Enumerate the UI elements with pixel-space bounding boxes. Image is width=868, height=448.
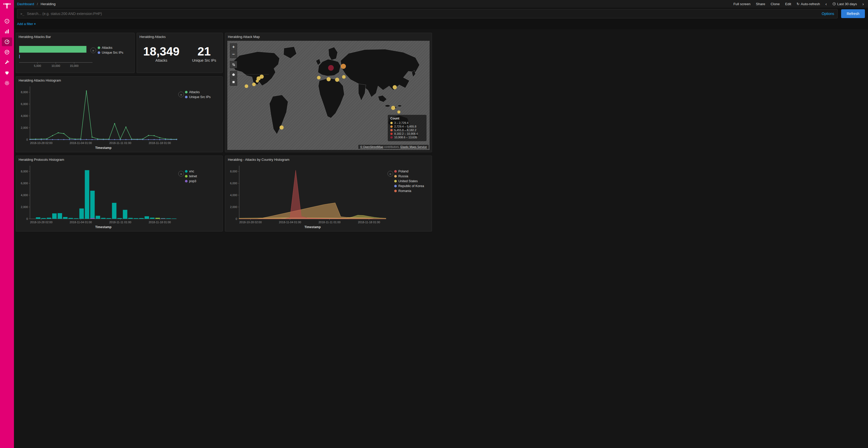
sidebar-item-monitoring[interactable] bbox=[2, 68, 12, 77]
attack-location-marker[interactable] bbox=[245, 84, 248, 88]
sidebar bbox=[0, 0, 14, 224]
svg-text:0: 0 bbox=[236, 217, 237, 220]
svg-text:Timestamp: Timestamp bbox=[95, 146, 111, 150]
zoom-out-button[interactable]: − bbox=[230, 51, 237, 58]
attack-location-marker[interactable] bbox=[256, 79, 259, 82]
telekom-logo-icon[interactable] bbox=[3, 2, 11, 10]
search-input[interactable]: >_ Search... (e.g. status:200 AND extens… bbox=[17, 9, 434, 18]
sidebar-item-visualize[interactable] bbox=[2, 27, 12, 36]
attack-location-marker[interactable] bbox=[317, 76, 320, 79]
attack-location-marker[interactable] bbox=[391, 106, 395, 110]
svg-text:4,000: 4,000 bbox=[230, 194, 237, 197]
country-histogram-chart[interactable]: 02,0004,0006,0008,0002018-10-28 02:00201… bbox=[227, 164, 388, 224]
legend-swatch-icon bbox=[98, 46, 100, 49]
attack-location-marker[interactable] bbox=[327, 77, 331, 81]
legend-item[interactable]: Attacks bbox=[98, 46, 123, 49]
rectangle-icon bbox=[232, 80, 235, 84]
metric-group: 18,349 Attacks 21 Unique Src IPs bbox=[137, 45, 222, 63]
svg-text:2018-11-04 01:00: 2018-11-04 01:00 bbox=[70, 141, 92, 144]
legend-item[interactable]: pop3 bbox=[185, 179, 197, 183]
attacks-metric: 18,349 Attacks bbox=[143, 45, 180, 63]
map-legend-row: 10,908.6 – 13,635 bbox=[390, 136, 424, 139]
panel-title: Heralding Attacks Bar bbox=[16, 33, 134, 39]
svg-text:6,000: 6,000 bbox=[21, 182, 28, 185]
attack-location-marker[interactable] bbox=[280, 126, 284, 130]
map-legend-label: 5,455.8 – 8,182.2 bbox=[394, 129, 416, 132]
attack-location-marker[interactable] bbox=[259, 75, 264, 79]
legend-toggle-icon[interactable]: » bbox=[90, 47, 96, 53]
map-legend-swatch-icon bbox=[390, 129, 393, 131]
attack-location-marker[interactable] bbox=[328, 65, 334, 71]
legend-label: Unique Src IPs bbox=[189, 95, 211, 99]
legend-toggle-icon[interactable]: » bbox=[178, 171, 184, 176]
attack-location-marker[interactable] bbox=[342, 75, 346, 79]
legend-item[interactable]: Poland bbox=[394, 170, 424, 173]
attack-location-marker[interactable] bbox=[341, 64, 346, 69]
svg-text:2018-11-18 01:00: 2018-11-18 01:00 bbox=[358, 221, 380, 224]
attack-map-canvas[interactable]: + − bbox=[227, 41, 430, 150]
draw-polygon-button[interactable] bbox=[230, 71, 237, 78]
legend-label: Attacks bbox=[189, 90, 200, 94]
panel-attacks-histogram: Heralding Attacks Histogram 02,0004,0006… bbox=[16, 76, 223, 152]
sidebar-item-dashboard[interactable] bbox=[2, 37, 12, 46]
legend-item[interactable]: vnc bbox=[185, 170, 197, 173]
svg-text:2018-11-04 01:00: 2018-11-04 01:00 bbox=[279, 221, 301, 224]
panel-title: Heralding Attacks bbox=[137, 33, 222, 39]
legend-item[interactable]: United States bbox=[394, 179, 424, 183]
map-legend-swatch-icon bbox=[390, 126, 393, 128]
legend-swatch-icon bbox=[185, 96, 188, 98]
breadcrumb-dashboard-link[interactable]: Dashboard bbox=[17, 2, 34, 6]
legend-label: Russia bbox=[398, 174, 408, 178]
sidebar-item-discover[interactable] bbox=[2, 17, 12, 26]
attack-location-marker[interactable] bbox=[252, 82, 256, 86]
zoom-in-button[interactable]: + bbox=[230, 43, 237, 50]
legend-item[interactable]: Russia bbox=[394, 174, 424, 178]
legend-toggle-icon[interactable]: » bbox=[178, 92, 184, 97]
legend-item[interactable]: Republic of Korea bbox=[394, 184, 424, 188]
draw-rectangle-button[interactable] bbox=[230, 78, 237, 86]
chart-legend: vnctelnetpop3 bbox=[185, 170, 197, 184]
legend-item[interactable]: telnet bbox=[185, 174, 197, 178]
gauge-icon bbox=[4, 39, 10, 45]
legend-item[interactable]: Romania bbox=[394, 189, 424, 193]
attack-location-marker[interactable] bbox=[335, 78, 339, 82]
svg-text:0: 0 bbox=[26, 217, 28, 220]
timelion-icon bbox=[4, 49, 10, 55]
legend-item[interactable]: Attacks bbox=[185, 90, 211, 94]
attacks-bar-chart[interactable]: 5,00010,00015,000 bbox=[18, 41, 96, 71]
legend-label: pop3 bbox=[189, 179, 196, 183]
panel-protocols-histogram: Heralding Protocols Histogram 02,0004,00… bbox=[16, 156, 223, 224]
legend-toggle-icon[interactable]: » bbox=[388, 171, 393, 176]
unique-ips-label: Unique Src IPs bbox=[192, 58, 216, 63]
legend-swatch-icon bbox=[185, 175, 188, 177]
attack-location-marker[interactable] bbox=[397, 110, 400, 113]
legend-swatch-icon bbox=[394, 170, 397, 173]
svg-text:2018-11-18 01:00: 2018-11-18 01:00 bbox=[149, 221, 171, 224]
sidebar-item-timelion[interactable] bbox=[2, 48, 12, 57]
protocols-histogram-chart[interactable]: 02,0004,0006,0008,0002018-10-28 02:00201… bbox=[18, 164, 178, 224]
osm-link[interactable]: © OpenStreetMap bbox=[360, 145, 383, 148]
legend-label: Attacks bbox=[102, 46, 113, 49]
unique-ips-metric: 21 Unique Src IPs bbox=[192, 45, 216, 63]
legend-swatch-icon bbox=[185, 170, 188, 173]
legend-swatch-icon bbox=[185, 180, 188, 182]
plus-icon: + bbox=[34, 22, 36, 26]
topbar: Dashboard / Heralding Full screen Share … bbox=[14, 0, 434, 8]
sidebar-item-management[interactable] bbox=[2, 79, 12, 88]
legend-label: Unique Src IPs bbox=[102, 51, 123, 55]
add-filter-link[interactable]: Add a filter+ bbox=[17, 22, 36, 26]
legend-item[interactable]: Unique Src IPs bbox=[185, 95, 211, 99]
svg-text:10,000: 10,000 bbox=[52, 64, 60, 67]
fit-data-bounds-button[interactable] bbox=[230, 61, 237, 68]
ems-link[interactable]: Elastic Maps Service bbox=[400, 145, 427, 148]
add-filter-label: Add a filter bbox=[17, 22, 33, 26]
attack-location-marker[interactable] bbox=[393, 85, 397, 89]
panel-title: Heralding Attacks Histogram bbox=[16, 77, 222, 83]
legend-item[interactable]: Unique Src IPs bbox=[98, 51, 123, 55]
map-legend-label: 8,182.2 – 10,908.6 bbox=[394, 132, 418, 135]
svg-text:4,000: 4,000 bbox=[21, 194, 28, 197]
sidebar-item-devtools[interactable] bbox=[2, 58, 12, 67]
attacks-histogram-chart[interactable]: 02,0004,0006,0008,0002018-10-28 02:00201… bbox=[18, 84, 178, 151]
dashboard-grid: Heralding Attacks Bar 5,00010,00015,000 … bbox=[14, 29, 434, 224]
svg-text:8,000: 8,000 bbox=[230, 170, 237, 173]
